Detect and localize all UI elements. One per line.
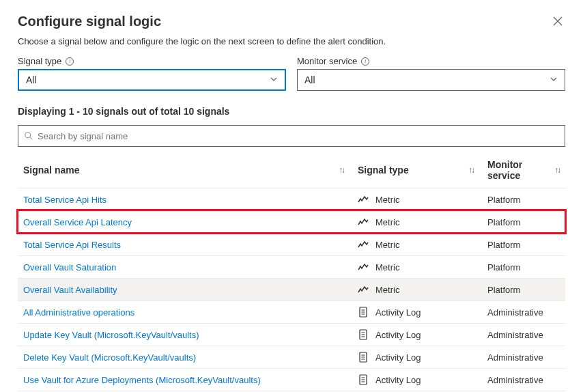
signal-type-value: Metric <box>375 285 399 295</box>
search-input[interactable] <box>38 131 559 141</box>
sort-icon: ↑↓ <box>468 165 474 175</box>
sort-icon: ↑↓ <box>554 165 560 175</box>
monitor-service-value: Administrative <box>487 352 560 363</box>
signals-table: Signal name ↑↓ Signal type ↑↓ Monitor se… <box>18 152 565 392</box>
signal-type-value: Activity Log <box>375 307 421 318</box>
signal-link[interactable]: Overall Service Api Latency <box>23 217 132 227</box>
table-row[interactable]: All Administrative operationsActivity Lo… <box>18 300 565 323</box>
search-icon <box>24 131 33 141</box>
activity-log-icon <box>358 352 369 363</box>
signal-type-value: Metric <box>375 217 399 227</box>
signal-link[interactable]: Overall Vault Availability <box>23 285 117 295</box>
signal-link[interactable]: Total Service Api Hits <box>23 195 106 205</box>
signal-type-value: Metric <box>375 240 399 250</box>
activity-log-icon <box>358 329 369 340</box>
column-header-name[interactable]: Signal name ↑↓ <box>23 159 358 181</box>
table-row[interactable]: Overall Vault SaturationMetricPlatform <box>18 255 565 278</box>
description-text: Choose a signal below and configure the … <box>18 36 565 46</box>
signal-type-value: Activity Log <box>375 352 421 363</box>
table-row[interactable]: Delete Key Vault (Microsoft.KeyVault/vau… <box>18 346 565 368</box>
svg-line-1 <box>30 137 33 140</box>
metric-icon <box>358 239 369 250</box>
table-header: Signal name ↑↓ Signal type ↑↓ Monitor se… <box>18 152 565 188</box>
monitor-service-value: Platform <box>487 240 560 250</box>
table-row[interactable]: Total Service Api HitsMetricPlatform <box>18 188 565 210</box>
signal-link[interactable]: All Administrative operations <box>23 307 134 318</box>
metric-icon <box>358 262 369 272</box>
monitor-service-value: Platform <box>487 217 560 227</box>
monitor-service-label: Monitor service i <box>297 56 565 66</box>
column-header-service[interactable]: Monitor service ↑↓ <box>487 159 560 181</box>
table-row[interactable]: Total Service Api ResultsMetricPlatform <box>18 233 565 255</box>
metric-icon <box>358 284 369 295</box>
chevron-down-icon <box>550 75 558 85</box>
sort-icon: ↑↓ <box>339 165 344 175</box>
table-row[interactable]: Overall Vault AvailabilityMetricPlatform <box>18 278 565 300</box>
monitor-service-value: Platform <box>487 285 560 295</box>
page-title: Configure signal logic <box>18 14 161 29</box>
metric-icon <box>358 216 369 227</box>
monitor-service-value: Administrative <box>487 375 560 385</box>
column-header-type[interactable]: Signal type ↑↓ <box>358 159 487 181</box>
table-row[interactable]: Overall Service Api LatencyMetricPlatfor… <box>18 210 565 233</box>
table-row[interactable]: Update Key Vault (Microsoft.KeyVault/vau… <box>18 323 565 346</box>
signal-link[interactable]: Delete Key Vault (Microsoft.KeyVault/vau… <box>23 352 196 363</box>
monitor-service-value: Platform <box>487 262 560 272</box>
signal-link[interactable]: Total Service Api Results <box>23 240 121 250</box>
search-box[interactable] <box>18 125 565 147</box>
chevron-down-icon <box>270 75 278 85</box>
info-icon[interactable]: i <box>66 57 74 66</box>
table-row[interactable]: Use Vault for Azure Deployments (Microso… <box>18 368 565 391</box>
svg-point-0 <box>25 132 31 138</box>
signal-link[interactable]: Use Vault for Azure Deployments (Microso… <box>23 375 261 385</box>
activity-log-icon <box>358 307 369 318</box>
signal-link[interactable]: Update Key Vault (Microsoft.KeyVault/vau… <box>23 330 199 340</box>
signal-link[interactable]: Overall Vault Saturation <box>23 262 116 272</box>
monitor-service-value: Administrative <box>487 307 560 318</box>
monitor-service-select[interactable]: All <box>297 69 565 91</box>
signal-type-value: Activity Log <box>375 330 421 340</box>
monitor-service-value: Administrative <box>487 330 560 340</box>
monitor-service-value: Platform <box>487 195 560 205</box>
signal-type-select[interactable]: All <box>18 69 286 91</box>
metric-icon <box>358 194 369 205</box>
result-count: Displaying 1 - 10 signals out of total 1… <box>18 106 565 117</box>
signal-type-value: Activity Log <box>375 375 421 385</box>
signal-type-label: Signal type i <box>18 56 286 66</box>
signal-type-value: Metric <box>375 195 399 205</box>
activity-log-icon <box>358 374 369 385</box>
signal-type-value: Metric <box>375 262 399 272</box>
close-icon[interactable] <box>550 14 565 31</box>
info-icon[interactable]: i <box>361 57 369 66</box>
